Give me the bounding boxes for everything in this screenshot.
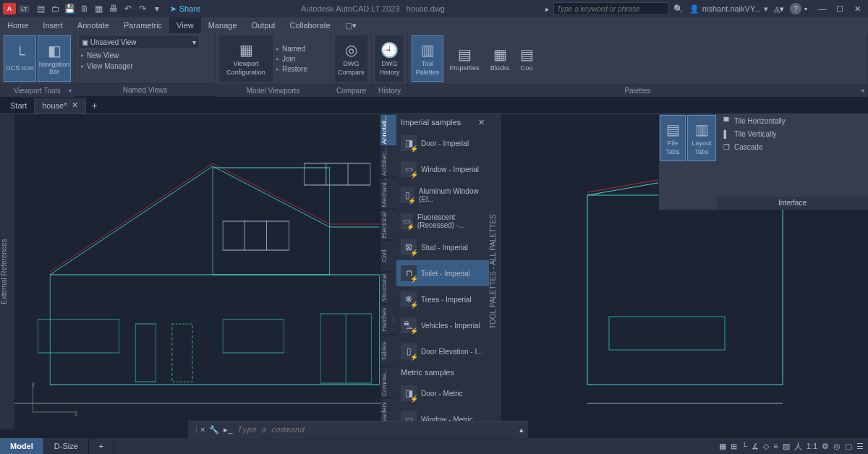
vtab-tables[interactable]: Tables [380, 335, 396, 367]
palette-item-alum-window[interactable]: ▯Aluminum Window (El... [396, 182, 489, 208]
save-icon[interactable]: 💾 [64, 3, 76, 14]
customize-icon[interactable]: 🔧 [209, 425, 219, 434]
tool-palettes-button[interactable]: ▥ToolPalettes [412, 35, 443, 82]
file-tab-house[interactable]: house*✕ [35, 98, 85, 113]
vtab-architectural[interactable]: Architec... [380, 146, 396, 178]
tab-collaborate[interactable]: Collaborate [283, 17, 338, 33]
osnap-icon[interactable]: ◇ [763, 442, 769, 451]
isolate-icon[interactable]: ◎ [833, 442, 841, 451]
ucs-icon-button[interactable]: └UCS Icon [4, 35, 36, 82]
panel-label[interactable]: Interface [717, 197, 868, 210]
redo-icon[interactable]: ↷ [137, 3, 148, 14]
tab-insert[interactable]: Insert [35, 17, 70, 33]
vtab-mechanical[interactable]: Mechani... [380, 177, 396, 209]
palette-item-window[interactable]: ▭Window - Imperial [396, 156, 489, 182]
join-button[interactable]: Join [273, 54, 310, 64]
tab-output[interactable]: Output [244, 17, 283, 33]
tab-parametric[interactable]: Parametric [116, 17, 169, 33]
file-tabs-button[interactable]: ▤FileTabs [660, 115, 686, 161]
search-arrow-icon[interactable]: ▸ [545, 5, 549, 13]
plot-icon[interactable]: 🖶 [108, 3, 119, 14]
view-manager-button[interactable]: View Manager [78, 61, 212, 71]
new-icon[interactable]: ▤ [35, 3, 47, 14]
nav-bar-button[interactable]: ◧Navigation Bar [38, 35, 71, 82]
web-icon[interactable]: ▦ [93, 3, 105, 14]
tab-home[interactable]: Home [0, 17, 35, 33]
vtab-civil[interactable]: Civil [380, 240, 396, 272]
vtab-command[interactable]: Comma... [380, 367, 396, 398]
panel-label[interactable]: Viewport Tools [0, 84, 75, 97]
minimize-icon[interactable]: — [814, 3, 830, 14]
vtab-structural[interactable]: Structural [380, 272, 396, 304]
close-icon[interactable]: ✕ [849, 3, 865, 14]
maximize-icon[interactable]: ☐ [832, 3, 848, 14]
gear-icon[interactable]: ⚙ [822, 442, 829, 451]
autodesk-app-icon[interactable]: ◬▾ [774, 4, 784, 14]
saveas-icon[interactable]: 🗎 [79, 3, 90, 14]
dwg-history-button[interactable]: 🕘DWGHistory [375, 35, 404, 82]
transparency-icon[interactable]: ▨ [783, 442, 790, 451]
user-account[interactable]: 👤 nishant.naikVY... ▾ [689, 4, 768, 14]
help-icon[interactable]: ? [790, 3, 801, 14]
file-tab-start[interactable]: Start [3, 98, 35, 113]
command-input[interactable] [237, 425, 515, 434]
close-icon[interactable]: ✕ [72, 100, 78, 110]
view-combo[interactable]: ▣ Unsaved View [78, 35, 200, 49]
count-button[interactable]: ▤Cou [516, 35, 537, 82]
tab-manage[interactable]: Manage [201, 17, 244, 33]
menu-icon[interactable]: ☰ [856, 442, 864, 451]
drawing-canvas[interactable]: Y X [14, 114, 380, 429]
new-view-button[interactable]: New View [78, 51, 212, 60]
snap-icon[interactable]: ⊞ [731, 442, 737, 451]
chevron-down-icon[interactable]: ▾ [804, 6, 807, 12]
palette-item-trees[interactable]: ❋Trees - Imperial [396, 286, 489, 312]
panel-label[interactable]: Palettes [408, 84, 867, 97]
scale-display[interactable]: 1:1 [807, 442, 817, 450]
new-tab-button[interactable]: + [86, 100, 103, 111]
cmd-menu-icon[interactable]: ▴ [519, 425, 524, 434]
properties-button[interactable]: ▤Properties [445, 35, 484, 82]
viewport-config-button[interactable]: ▦ViewportConfiguration [219, 35, 273, 82]
vtab-annotation[interactable]: Annotati... [380, 114, 396, 146]
secondary-canvas[interactable]: ▤FileTabs ▥LayoutTabs ▀Tile Horizontally… [502, 114, 868, 429]
palette-item-fluorescent[interactable]: ▭Fluorescent (Recessed) -... [396, 208, 489, 234]
dwg-compare-button[interactable]: ◎DWGCompare [335, 35, 367, 82]
palette-item-door-m[interactable]: ◨Door - Metric [396, 380, 489, 406]
external-references-panel[interactable]: External References [0, 114, 14, 429]
vtab-hatches[interactable]: Hatches ... [380, 304, 396, 335]
grid-icon[interactable]: ▦ [719, 442, 726, 451]
clean-icon[interactable]: ▢ [845, 442, 852, 451]
palette-item-stud[interactable]: ⊠Stud - Imperial [396, 234, 489, 260]
cmd-handle-icon[interactable]: ⋮× [192, 425, 205, 434]
layout-tabs-button[interactable]: ▥LayoutTabs [687, 115, 716, 161]
palette-item-vehicles[interactable]: ⛍Vehicles - Imperial [396, 312, 489, 338]
palette-title-bar[interactable]: TOOL PALETTES - ALL PALETTES [489, 114, 502, 429]
menu-dropdown-icon[interactable]: ▾ [151, 3, 163, 14]
search-icon[interactable]: 🔍 [673, 4, 684, 14]
open-icon[interactable]: 🗀 [50, 3, 61, 14]
tab-annotate[interactable]: Annotate [70, 17, 116, 33]
blocks-button[interactable]: ▦Blocks [485, 35, 514, 82]
palette-close-icon[interactable]: ✕ [478, 118, 485, 127]
lineweight-icon[interactable]: ≡ [773, 442, 778, 450]
add-layout-button[interactable]: + [89, 438, 114, 454]
layout-tab-dsize[interactable]: D-Size [44, 438, 89, 454]
tab-view[interactable]: View [169, 17, 201, 33]
search-input[interactable] [553, 2, 669, 15]
undo-icon[interactable]: ↶ [122, 3, 134, 14]
tile-vertical-button[interactable]: ▌Tile Vertically [717, 127, 868, 140]
palette-item-toilet[interactable]: ⊓Toilet - Imperial [396, 260, 489, 286]
polar-icon[interactable]: ∡ [752, 442, 759, 451]
tile-horizontal-button[interactable]: ▀Tile Horizontally [717, 114, 868, 127]
share-link[interactable]: ➤ Share [170, 4, 200, 14]
command-line[interactable]: ⋮× 🔧 ▸_ ▴ [188, 421, 528, 438]
restore-button[interactable]: Restore [273, 64, 310, 74]
ortho-icon[interactable]: └ [741, 442, 747, 450]
cascade-button[interactable]: ❐Cascade [717, 140, 868, 153]
named-button[interactable]: Named [273, 44, 310, 53]
vtab-electrical[interactable]: Electrical [380, 209, 396, 241]
palette-item-door-elev[interactable]: ▯Door Elevation - I... [396, 338, 489, 364]
layout-tab-model[interactable]: Model [0, 438, 44, 454]
palette-item-door[interactable]: ◨Door - Imperial [396, 130, 489, 156]
app-icon[interactable]: A [3, 3, 16, 14]
